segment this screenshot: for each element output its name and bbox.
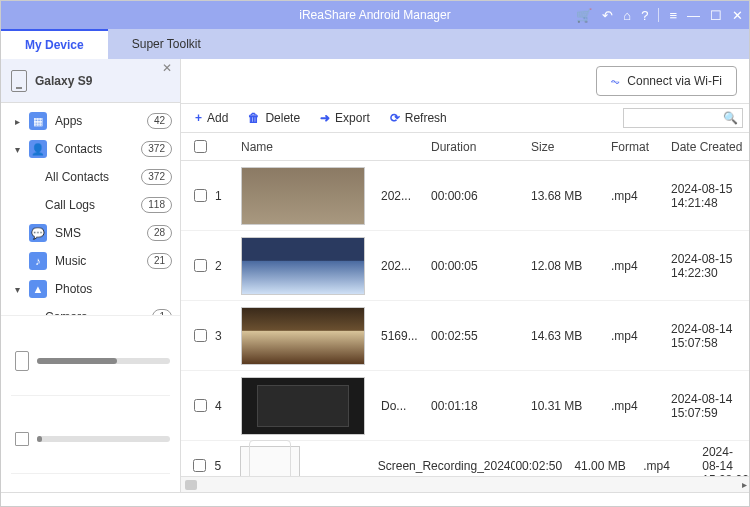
minimize-icon[interactable]: — <box>687 8 700 23</box>
table-row[interactable]: 2 202... 00:00:05 12.08 MB .mp4 2024-08-… <box>181 231 749 301</box>
sidebar-item-contacts[interactable]: ▾👤Contacts372 <box>1 135 180 163</box>
sms-icon: 💬 <box>29 224 47 242</box>
close-icon[interactable]: ✕ <box>732 8 743 23</box>
scroll-right-icon[interactable]: ▸ <box>742 479 747 490</box>
horizontal-scrollbar[interactable]: ▸ <box>181 476 749 492</box>
cell-size: 10.31 MB <box>531 399 611 413</box>
app-title: iReaShare Android Manager <box>299 8 450 22</box>
top-tabs: My Device Super Toolkit <box>1 29 749 59</box>
cell-date: 2024-08-15 14:22:30 <box>671 252 749 280</box>
sidebar-item-camera[interactable]: Camera1 <box>1 303 180 315</box>
help-icon[interactable]: ? <box>641 8 648 23</box>
column-name[interactable]: Name <box>241 140 381 154</box>
column-date[interactable]: Date Created <box>671 140 749 154</box>
column-size[interactable]: Size <box>531 140 611 154</box>
sidebar: Galaxy S9 ✕ ▸▦Apps42 ▾👤Contacts372 All C… <box>1 59 181 492</box>
contacts-icon: 👤 <box>29 140 47 158</box>
trash-icon: 🗑 <box>248 111 260 125</box>
sd-storage-bar <box>37 436 170 442</box>
cart-icon[interactable]: 🛒 <box>576 8 592 23</box>
sidebar-item-music[interactable]: ♪Music21 <box>1 247 180 275</box>
search-icon: 🔍 <box>723 111 738 125</box>
video-thumbnail <box>241 167 365 225</box>
row-checkbox[interactable] <box>193 459 206 472</box>
cell-name: Screen_Recording_20240... <box>378 459 516 473</box>
cell-name: 202... <box>381 189 431 203</box>
content-area: ⏦ Connect via Wi-Fi +Add 🗑Delete ➜Export… <box>181 59 749 492</box>
wifi-icon: ⏦ <box>611 73 619 89</box>
cell-format: .mp4 <box>611 329 671 343</box>
cell-duration: 00:01:18 <box>431 399 531 413</box>
window-controls: 🛒 ↶ ⌂ ? ≡ — ☐ ✕ <box>576 8 743 23</box>
cell-date: 2024-08-15 14:21:48 <box>671 182 749 210</box>
table-body: 1 202... 00:00:06 13.68 MB .mp4 2024-08-… <box>181 161 749 476</box>
sidebar-item-photos[interactable]: ▾▲Photos <box>1 275 180 303</box>
cell-size: 41.00 MB <box>574 459 643 473</box>
select-all-checkbox[interactable] <box>194 140 207 153</box>
maximize-icon[interactable]: ☐ <box>710 8 722 23</box>
row-checkbox[interactable] <box>194 189 207 202</box>
cell-date: 2024-08-14 15:07:59 <box>671 392 749 420</box>
home-icon[interactable]: ⌂ <box>623 8 631 23</box>
cell-name: Do... <box>381 399 431 413</box>
table-row[interactable]: 5 Screen_Recording_20240... 00:02:50 41.… <box>181 441 749 476</box>
cell-date: 2024-08-14 15:08:02 <box>702 445 749 477</box>
video-thumbnail <box>240 446 300 477</box>
back-icon[interactable]: ↶ <box>602 8 613 23</box>
device-name: Galaxy S9 <box>35 74 92 88</box>
device-close-icon[interactable]: ✕ <box>162 61 172 75</box>
column-duration[interactable]: Duration <box>431 140 531 154</box>
sidebar-item-sms[interactable]: 💬SMS28 <box>1 219 180 247</box>
sidebar-item-all-contacts[interactable]: All Contacts372 <box>1 163 180 191</box>
delete-button[interactable]: 🗑Delete <box>240 108 308 128</box>
cell-size: 14.63 MB <box>531 329 611 343</box>
internal-storage-bar <box>37 358 170 364</box>
status-bar <box>1 492 749 507</box>
row-checkbox[interactable] <box>194 399 207 412</box>
storage-panel <box>1 315 180 492</box>
cell-date: 2024-08-14 15:07:58 <box>671 322 749 350</box>
connect-bar: ⏦ Connect via Wi-Fi <box>181 59 749 103</box>
menu-icon[interactable]: ≡ <box>669 8 677 23</box>
column-format[interactable]: Format <box>611 140 671 154</box>
apps-icon: ▦ <box>29 112 47 130</box>
video-thumbnail <box>241 307 365 365</box>
sidebar-tree: ▸▦Apps42 ▾👤Contacts372 All Contacts372 C… <box>1 103 180 315</box>
phone-icon <box>11 70 27 92</box>
cell-name: 5169... <box>381 329 431 343</box>
table-row[interactable]: 3 5169... 00:02:55 14.63 MB .mp4 2024-08… <box>181 301 749 371</box>
export-icon: ➜ <box>320 111 330 125</box>
internal-storage-icon <box>15 351 29 371</box>
photos-icon: ▲ <box>29 280 47 298</box>
connect-wifi-button[interactable]: ⏦ Connect via Wi-Fi <box>596 66 737 96</box>
refresh-button[interactable]: ⟳Refresh <box>382 108 455 128</box>
wifi-label: Connect via Wi-Fi <box>627 74 722 88</box>
divider <box>658 8 659 22</box>
cell-format: .mp4 <box>643 459 702 473</box>
export-button[interactable]: ➜Export <box>312 108 378 128</box>
table-row[interactable]: 4 Do... 00:01:18 10.31 MB .mp4 2024-08-1… <box>181 371 749 441</box>
add-button[interactable]: +Add <box>187 108 236 128</box>
sidebar-item-call-logs[interactable]: Call Logs118 <box>1 191 180 219</box>
refresh-icon: ⟳ <box>390 111 400 125</box>
scrollbar-handle[interactable] <box>185 480 197 490</box>
tab-my-device[interactable]: My Device <box>1 29 108 59</box>
search-input[interactable]: 🔍 <box>623 108 743 128</box>
device-tab[interactable]: Galaxy S9 ✕ <box>1 59 180 103</box>
cell-format: .mp4 <box>611 399 671 413</box>
cell-format: .mp4 <box>611 189 671 203</box>
row-checkbox[interactable] <box>194 259 207 272</box>
cell-name: 202... <box>381 259 431 273</box>
cell-duration: 00:02:50 <box>515 459 574 473</box>
toolbar: +Add 🗑Delete ➜Export ⟳Refresh 🔍 <box>181 103 749 133</box>
title-bar: iReaShare Android Manager 🛒 ↶ ⌂ ? ≡ — ☐ … <box>1 1 749 29</box>
plus-icon: + <box>195 111 202 125</box>
table-row[interactable]: 1 202... 00:00:06 13.68 MB .mp4 2024-08-… <box>181 161 749 231</box>
tab-super-toolkit[interactable]: Super Toolkit <box>108 29 225 59</box>
sidebar-item-apps[interactable]: ▸▦Apps42 <box>1 107 180 135</box>
video-thumbnail <box>241 377 365 435</box>
cell-duration: 00:00:05 <box>431 259 531 273</box>
row-checkbox[interactable] <box>194 329 207 342</box>
table-header: Name Duration Size Format Date Created <box>181 133 749 161</box>
cell-size: 13.68 MB <box>531 189 611 203</box>
